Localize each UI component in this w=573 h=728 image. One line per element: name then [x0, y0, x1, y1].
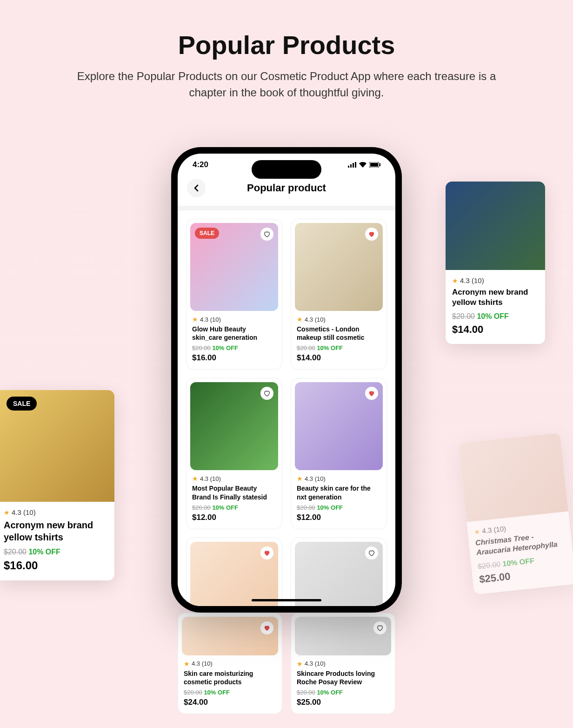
page-title: Popular Products	[0, 30, 573, 60]
product-title: Skincare Products loving Roche Posay Rev…	[297, 669, 389, 686]
rating: ★4.3 (10)	[192, 316, 276, 323]
price: $14.00	[297, 353, 381, 363]
back-button[interactable]	[187, 179, 206, 197]
product-card[interactable]: SALE ★4.3 (10) Glow Hub Beauty skin_care…	[186, 219, 282, 370]
star-icon: ★	[297, 475, 303, 482]
signal-icon	[348, 162, 356, 168]
rating: ★4.3 (10)	[297, 660, 389, 667]
discount: 10% OFF	[212, 344, 238, 351]
old-price: $20.00	[184, 689, 202, 696]
discount: 10% OFF	[477, 312, 508, 320]
home-indicator	[252, 599, 321, 601]
chevron-left-icon	[194, 184, 199, 192]
product-image	[295, 223, 383, 311]
favorite-button[interactable]	[373, 621, 386, 634]
price: $25.00	[297, 698, 389, 707]
star-icon: ★	[297, 316, 303, 323]
rating-value: 4.3 (10)	[305, 660, 326, 667]
old-price: $20.00	[477, 560, 500, 570]
favorite-button[interactable]	[260, 387, 273, 400]
rating-value: 4.3 (10)	[12, 508, 36, 516]
rating: ★4.3 (10)	[184, 660, 276, 667]
rating-value: 4.3 (10)	[200, 475, 221, 482]
price: $24.00	[184, 698, 276, 707]
discount: 10% OFF	[317, 344, 343, 351]
product-image	[190, 542, 278, 606]
old-price: $20.00	[192, 504, 211, 511]
float-card-right[interactable]: ★ 4.3 (10) Acronym new brand yellow tshi…	[446, 182, 545, 344]
favorite-button[interactable]	[365, 387, 378, 400]
product-card[interactable]: ★4.3 (10) Most Popular Beauty Brand Is F…	[186, 378, 282, 529]
rating-value: 4.3 (10)	[305, 316, 326, 323]
favorite-button[interactable]	[260, 546, 273, 559]
product-grid[interactable]: SALE ★4.3 (10) Glow Hub Beauty skin_care…	[178, 210, 395, 606]
product-image: SALE	[0, 390, 114, 502]
old-price: $20.00	[452, 312, 475, 320]
product-title: Acronym new brand yellow tshirts	[4, 519, 111, 543]
product-title: Glow Hub Beauty skin_care generation	[192, 325, 276, 342]
rating-value: 4.3 (10)	[200, 316, 221, 323]
phone-mockup: 4:20 Popular product SALE	[171, 147, 402, 613]
product-image: SALE	[190, 223, 278, 311]
product-card[interactable]: ★4.3 (10) Cosmetics - London makeup stil…	[291, 219, 387, 370]
heart-icon	[376, 624, 384, 632]
sale-badge: SALE	[195, 228, 219, 239]
product-title: Acronym new brand yellow tshirts	[452, 287, 539, 308]
discount: 10% OFF	[204, 689, 230, 696]
phone-notch	[252, 160, 321, 179]
heart-icon	[368, 390, 375, 397]
rating-value: 4.3 (10)	[460, 276, 484, 284]
product-image	[459, 432, 569, 522]
rating-value: 4.3 (10)	[482, 525, 506, 535]
price: $12.00	[192, 513, 276, 522]
product-card[interactable]: ★4.3 (10) Skincare Products loving Roche…	[291, 613, 395, 714]
favorite-button[interactable]	[260, 228, 273, 241]
heart-icon	[368, 230, 375, 238]
svg-rect-3	[355, 162, 356, 168]
svg-rect-2	[353, 163, 354, 168]
product-card[interactable]: ★4.3 (10) Beauty skin care for the nxt g…	[291, 378, 387, 529]
price: $12.00	[297, 513, 381, 522]
product-image	[295, 617, 391, 655]
price: $14.00	[452, 324, 539, 336]
product-title: Most Popular Beauty Brand Is Finally sta…	[192, 484, 276, 501]
star-icon: ★	[297, 660, 303, 667]
rating: ★4.3 (10)	[192, 475, 276, 482]
rating: ★ 4.3 (10)	[452, 276, 539, 284]
old-price: $20.00	[297, 504, 315, 511]
price: $16.00	[192, 353, 276, 363]
favorite-button[interactable]	[260, 621, 273, 634]
product-image	[182, 617, 278, 655]
heart-icon	[263, 624, 271, 632]
svg-rect-5	[370, 163, 378, 167]
product-card[interactable]	[291, 538, 387, 606]
heart-icon	[263, 390, 271, 397]
heart-icon	[263, 230, 271, 238]
divider	[178, 206, 395, 210]
float-card-left[interactable]: SALE ★ 4.3 (10) Acronym new brand yellow…	[0, 390, 114, 580]
svg-rect-1	[350, 164, 352, 168]
product-image	[446, 182, 545, 270]
product-card[interactable]	[186, 538, 282, 606]
heart-icon	[263, 549, 271, 557]
product-title: Beauty skin care for the nxt generation	[297, 484, 381, 501]
favorite-button[interactable]	[365, 228, 378, 241]
product-card[interactable]: ★4.3 (10) Skin care moisturizing cosmeti…	[178, 613, 282, 714]
product-image	[190, 382, 278, 470]
product-image	[295, 382, 383, 470]
product-title: Cosmetics - London makeup still cosmetic	[297, 325, 381, 342]
star-icon: ★	[192, 316, 198, 323]
phone-screen: 4:20 Popular product SALE	[178, 154, 395, 606]
discount: 10% OFF	[28, 548, 60, 556]
old-price: $20.00	[297, 344, 315, 351]
float-card-bottom-right[interactable]: ★ 4.3 (10) Christmas Tree - Araucaria He…	[459, 432, 573, 594]
rating: ★4.3 (10)	[297, 316, 381, 323]
discount: 10% OFF	[502, 556, 535, 567]
discount: 10% OFF	[317, 689, 343, 696]
favorite-button[interactable]	[365, 546, 378, 559]
status-time: 4:20	[193, 160, 208, 169]
sale-badge: SALE	[7, 397, 37, 411]
rating: ★ 4.3 (10)	[4, 508, 111, 516]
star-icon: ★	[4, 509, 10, 516]
old-price: $20.00	[4, 548, 27, 556]
